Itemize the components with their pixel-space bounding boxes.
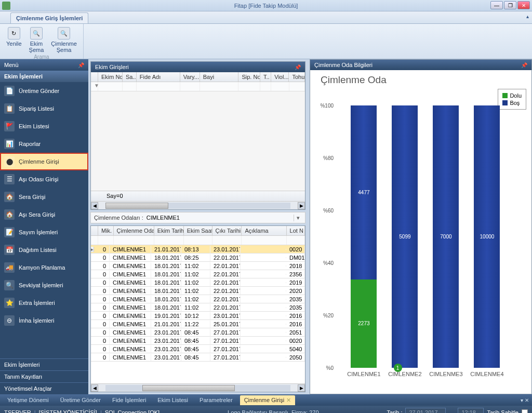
col-header[interactable]: Lot N <box>287 226 305 235</box>
pin-icon[interactable]: 📌 <box>78 62 84 68</box>
ekim-grid-header: Ekim NoSa...Fide AdıVary...BayiSip. NoT.… <box>91 72 305 82</box>
sidebar-bottom-item-0[interactable]: Ekim İşlemleri <box>0 358 88 370</box>
doc-tab-0[interactable]: Yetişme Dönemi <box>3 395 53 405</box>
sidebar-item-label: Sayım İşlemleri <box>19 229 58 235</box>
sidebar-item-9[interactable]: 📅Dağıtım Listesi <box>0 241 88 259</box>
doc-tab-1[interactable]: Üretime Gönder <box>56 395 105 405</box>
scroll-thumb[interactable] <box>142 385 235 391</box>
oda-grid-filter-row[interactable] <box>91 236 305 245</box>
col-header[interactable]: Fide Adı <box>137 72 180 82</box>
sidebar-item-12[interactable]: ⭐Extra İşlemleri <box>0 294 88 312</box>
table-row[interactable]: ▸0CIMLENME121.01.201708:1323.01.20170020 <box>91 245 305 254</box>
cimlenme-oda-select[interactable]: CIMLENME1 <box>145 214 294 222</box>
col-header[interactable]: Vary... <box>180 72 200 82</box>
pin-icon[interactable]: 📌 <box>295 64 301 70</box>
doc-tab-4[interactable]: Parametreler <box>195 395 237 405</box>
sidebar-item-8[interactable]: 📝Sayım İşlemleri <box>0 223 88 241</box>
scroll-right-icon[interactable]: ▶ <box>298 384 305 392</box>
col-header[interactable]: Ekim No <box>98 72 123 82</box>
sidebar-bottom-item-1[interactable]: Tanım Kayıtları <box>0 370 88 382</box>
time-input[interactable]: 12:18 <box>458 408 484 413</box>
maximize-button[interactable]: ❐ <box>504 1 516 9</box>
sidebar-item-label: Aşı Sera Girişi <box>19 211 55 218</box>
col-header[interactable]: Çimlenme Odası <box>114 226 154 235</box>
oda-hscrollbar[interactable]: ◀ ▶ <box>91 383 305 392</box>
table-row[interactable]: 0CIMLENME121.01.201711:2225.01.20172016 <box>91 320 305 328</box>
sidebar-item-0[interactable]: 📄Üretime Gönder <box>0 82 88 100</box>
ekim-sema-button[interactable]: 🔍 Ekim Şema <box>27 26 46 54</box>
date-sep: — <box>449 409 455 413</box>
sidebar-item-1[interactable]: 📋Sipariş Listesi <box>0 100 88 117</box>
sidebar-item-label: Sera Girişi <box>19 194 45 200</box>
legend-label-bos: Boş <box>510 100 520 106</box>
tarih-sabitle-checkbox[interactable] <box>522 409 528 413</box>
chart-area: Çimlenme Oda Dolu Boş %0%20%40%60%80%100… <box>310 70 531 394</box>
sidebar-bottom-item-2[interactable]: Yönetimsel Araçlar <box>0 382 88 394</box>
sidebar-item-7[interactable]: 🏠Aşı Sera Girişi <box>0 206 88 223</box>
ekim-sema-label: Ekim Şema <box>29 41 44 53</box>
scroll-thumb[interactable] <box>105 203 168 209</box>
legend-swatch-bos <box>502 100 508 105</box>
ekim-hscrollbar[interactable]: ◀ ▶ <box>91 201 305 209</box>
table-row[interactable]: 0CIMLENME118.01.201711:0222.01.20172035 <box>91 303 305 312</box>
chart-title: Çimlenme Oda <box>321 74 527 86</box>
app-icon <box>2 2 10 10</box>
col-header[interactable]: Çıkı Tarihi <box>212 226 242 235</box>
scroll-left-icon[interactable]: ◀ <box>91 384 98 392</box>
ekim-grid-body <box>91 91 305 191</box>
table-row[interactable]: 0CIMLENME123.01.201708:4527.01.20175040 <box>91 345 305 353</box>
table-row[interactable]: 0CIMLENME118.01.201708:2522.01.2017DM01 <box>91 254 305 262</box>
sidebar-item-4[interactable]: ⬤Çimlenme Girişi <box>0 153 88 170</box>
window-titlebar: Fitap [Fide Takip Modülü] — ❐ ✕ <box>0 0 532 11</box>
tab-controls[interactable]: ▾ ✕ <box>521 397 529 403</box>
chart-panel: Çimlenme Oda Bilgileri 📌 Çimlenme Oda Do… <box>310 59 532 394</box>
close-button[interactable]: ✕ <box>517 1 530 9</box>
col-header[interactable]: Sa... <box>123 72 137 82</box>
col-header[interactable]: Tohu <box>289 72 305 82</box>
sidebar-item-5[interactable]: ☰Aşı Odası Girişi <box>0 170 88 188</box>
table-row[interactable]: 0CIMLENME119.01.201710:1223.01.20172016 <box>91 312 305 320</box>
bar-label: CIMLENME4 <box>470 371 503 377</box>
sidebar-item-3[interactable]: 📊Raporlar <box>0 135 88 153</box>
minimize-button[interactable]: — <box>490 1 503 9</box>
table-row[interactable]: 0CIMLENME118.01.201711:0222.01.20172019 <box>91 278 305 287</box>
yenile-button[interactable]: ↻ Yenile <box>4 26 24 54</box>
sidebar-item-11[interactable]: 🔍Sevkiyat İşlemleri <box>0 276 88 294</box>
col-header[interactable]: Ekim Saati <box>184 226 212 235</box>
col-header[interactable]: Ekim Tarihi <box>154 226 184 235</box>
date-input-1[interactable]: 27.01.2017 <box>405 408 446 413</box>
chevron-down-icon[interactable]: ▾ <box>294 215 302 221</box>
close-tab-icon[interactable]: ✕ <box>286 397 291 403</box>
col-header[interactable]: Mik. <box>98 226 114 235</box>
tarih-label: Tarih : <box>387 409 402 413</box>
col-header[interactable]: Sip. No <box>238 72 260 82</box>
col-header[interactable]: T.. <box>260 72 271 82</box>
cimlenme-sema-button[interactable]: 🔍 Çimlenme Şema <box>49 26 79 54</box>
table-row[interactable]: 0CIMLENME118.01.201711:0222.01.20172020 <box>91 287 305 295</box>
sidebar-item-10[interactable]: 🚚Kamyon Planlama <box>0 259 88 276</box>
sidebar-item-6[interactable]: 🏠Sera Girişi <box>0 188 88 206</box>
col-header[interactable]: Bayi <box>200 72 239 82</box>
ekim-grid-filter-row[interactable]: ▼ <box>91 82 305 91</box>
col-header[interactable]: Açıklama <box>242 226 286 235</box>
sidebar-item-2[interactable]: 🚩Ekim Listesi <box>0 117 88 135</box>
col-header[interactable]: Viol... <box>271 72 289 82</box>
ribbon-tab-cimlenme[interactable]: Çimlenme Giriş İşlemleri <box>10 12 88 23</box>
doc-tab-5[interactable]: Çimlenme Girişi✕ <box>240 395 296 405</box>
ribbon-collapse-icon[interactable]: ▴ <box>526 14 529 19</box>
pin-icon[interactable]: 📌 <box>521 62 527 68</box>
ekim-panel-title: Ekim Girişleri <box>95 64 129 70</box>
doc-tab-3[interactable]: Ekim Listesi <box>153 395 192 405</box>
table-row[interactable]: 0CIMLENME118.01.201711:0222.01.20172018 <box>91 262 305 270</box>
table-row[interactable]: 0CIMLENME123.01.201708:4527.01.20172051 <box>91 328 305 337</box>
table-row[interactable]: 0CIMLENME118.01.201711:0222.01.20172035 <box>91 295 305 303</box>
doc-tab-2[interactable]: Fide İşlemleri <box>108 395 150 405</box>
sidebar-item-icon: 🚩 <box>4 121 15 131</box>
sidebar-item-13[interactable]: ⊖İmha İşlemleri <box>0 312 88 329</box>
bar-label: CIMLENME3 <box>429 371 462 377</box>
scroll-right-icon[interactable]: ▶ <box>298 202 305 209</box>
table-row[interactable]: 0CIMLENME123.01.201708:4527.01.20172050 <box>91 353 305 362</box>
table-row[interactable]: 0CIMLENME118.01.201711:0222.01.20172356 <box>91 270 305 278</box>
scroll-left-icon[interactable]: ◀ <box>91 202 98 209</box>
table-row[interactable]: 0CIMLENME123.01.201708:4527.01.20170020 <box>91 337 305 345</box>
